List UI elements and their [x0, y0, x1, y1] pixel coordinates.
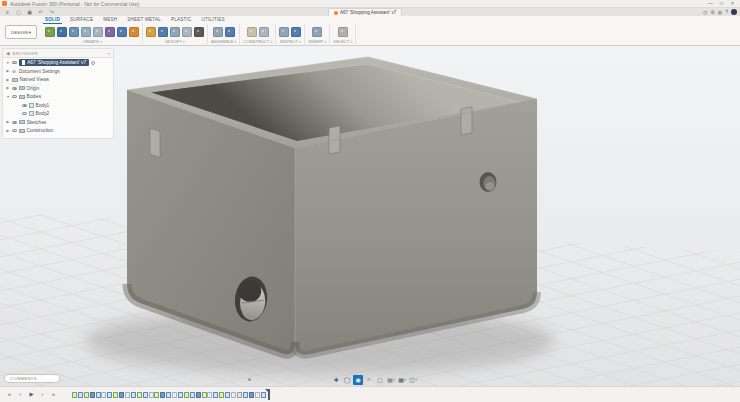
- timeline-feature[interactable]: [213, 392, 218, 398]
- visibility-eye-icon[interactable]: [12, 95, 17, 98]
- activate-component-radio[interactable]: [91, 61, 95, 65]
- tool-icon[interactable]: [45, 27, 55, 37]
- ribbon-tab[interactable]: PLASTIC: [166, 16, 197, 24]
- splitter-handle[interactable]: [248, 378, 251, 381]
- timeline-feature[interactable]: [202, 392, 207, 398]
- nav-tool-button[interactable]: ⌕: [364, 375, 374, 385]
- timeline-feature[interactable]: [166, 392, 171, 398]
- tool-icon[interactable]: [57, 27, 67, 37]
- viewport-canvas[interactable]: ◀ BROWSER ⌕ ▼ A67 'Shopping Assistant' v…: [0, 46, 740, 402]
- nav-tool-button[interactable]: ▤ ▾: [386, 375, 396, 385]
- timeline-feature[interactable]: [137, 392, 142, 398]
- tool-icon[interactable]: [81, 27, 91, 37]
- ribbon-tab[interactable]: SOLID: [40, 16, 65, 24]
- ribbon-tab[interactable]: UTILITIES: [196, 16, 229, 24]
- window-control-button[interactable]: —: [705, 0, 716, 7]
- tool-icon[interactable]: [182, 27, 192, 37]
- tool-icon[interactable]: [259, 27, 269, 37]
- timeline-feature[interactable]: [131, 392, 136, 398]
- nav-tool-button[interactable]: ▦ ▾: [397, 375, 407, 385]
- browser-row[interactable]: ▶ Construction: [3, 127, 113, 136]
- tool-icon[interactable]: [158, 27, 168, 37]
- timeline-feature[interactable]: [261, 392, 266, 398]
- ribbon-tab[interactable]: SURFACE: [65, 16, 98, 24]
- qat-button[interactable]: ↶: [36, 8, 45, 16]
- tool-icon[interactable]: [69, 27, 79, 37]
- timeline-feature[interactable]: [149, 392, 154, 398]
- timeline-feature[interactable]: [125, 392, 130, 398]
- timeline-feature[interactable]: [119, 392, 124, 398]
- comments-button[interactable]: COMMENTS: [4, 374, 60, 383]
- timeline-feature[interactable]: [90, 392, 95, 398]
- browser-root-row[interactable]: ▼ A67 'Shopping Assistant' v7: [3, 58, 113, 67]
- playback-button[interactable]: ▶: [27, 390, 36, 399]
- qat-button[interactable]: ▢: [14, 8, 23, 16]
- playback-button[interactable]: ›: [38, 390, 47, 399]
- timeline-feature[interactable]: [225, 392, 230, 398]
- timeline-feature[interactable]: [78, 392, 83, 398]
- timeline-feature[interactable]: [143, 392, 148, 398]
- playback-button[interactable]: »: [49, 390, 58, 399]
- timeline-feature[interactable]: [107, 392, 112, 398]
- tool-icon[interactable]: [194, 27, 204, 37]
- tool-icon[interactable]: [312, 27, 322, 37]
- timeline-feature[interactable]: [84, 392, 89, 398]
- browser-row[interactable]: ▶ ⚙ Document Settings: [3, 67, 113, 76]
- timeline-feature[interactable]: [184, 392, 189, 398]
- timeline-feature[interactable]: [172, 392, 177, 398]
- qat-button[interactable]: ≡: [3, 8, 12, 16]
- avatar[interactable]: [731, 9, 737, 15]
- browser-row[interactable]: ▶ Named Views: [3, 76, 113, 85]
- visibility-eye-icon[interactable]: [12, 87, 17, 90]
- tool-icon[interactable]: [291, 27, 301, 37]
- tool-icon[interactable]: [146, 27, 156, 37]
- tool-icon[interactable]: [129, 27, 139, 37]
- nav-tool-button[interactable]: ◉: [353, 375, 363, 385]
- document-tab[interactable]: A67 'Shopping Assistant' v7: [328, 8, 402, 16]
- timeline-feature[interactable]: [113, 392, 118, 398]
- ribbon-tab[interactable]: MESH: [98, 16, 122, 24]
- collapse-panel-icon[interactable]: ◀: [6, 51, 10, 56]
- visibility-eye-icon[interactable]: [22, 112, 27, 115]
- visibility-eye-icon[interactable]: [12, 129, 17, 132]
- account-button[interactable]: ?: [725, 8, 728, 16]
- nav-tool-button[interactable]: ✚: [331, 375, 341, 385]
- browser-row[interactable]: ▶ Sketches: [3, 118, 113, 127]
- timeline-feature[interactable]: [219, 392, 224, 398]
- playback-button[interactable]: ‹: [16, 390, 25, 399]
- timeline-feature[interactable]: [160, 392, 165, 398]
- nav-tool-button[interactable]: ◯: [342, 375, 352, 385]
- window-control-button[interactable]: □: [716, 0, 727, 7]
- timeline-feature[interactable]: [255, 392, 260, 398]
- qat-button[interactable]: ↷: [47, 8, 56, 16]
- playback-button[interactable]: «: [5, 390, 14, 399]
- timeline-feature[interactable]: [207, 392, 212, 398]
- tool-icon[interactable]: [93, 27, 103, 37]
- timeline-feature[interactable]: [72, 392, 77, 398]
- timeline-feature[interactable]: [101, 392, 106, 398]
- timeline-feature[interactable]: [243, 392, 248, 398]
- tool-icon[interactable]: [279, 27, 289, 37]
- expand-arrow-icon[interactable]: ▼: [6, 61, 10, 65]
- timeline-feature[interactable]: [178, 392, 183, 398]
- timeline-feature[interactable]: [96, 392, 101, 398]
- expand-arrow-icon[interactable]: ▶: [6, 120, 10, 124]
- ribbon-tab[interactable]: SHEET METAL: [122, 16, 166, 24]
- timeline-feature[interactable]: [196, 392, 201, 398]
- nav-tool-button[interactable]: ▢: [375, 375, 385, 385]
- search-icon[interactable]: ⌕: [107, 51, 110, 56]
- timeline-feature[interactable]: [231, 392, 236, 398]
- browser-row[interactable]: Body2: [3, 110, 113, 119]
- tool-icon[interactable]: [213, 27, 223, 37]
- tool-icon[interactable]: [247, 27, 257, 37]
- tool-icon[interactable]: [170, 27, 180, 37]
- expand-arrow-icon[interactable]: ▶: [6, 78, 10, 82]
- expand-arrow-icon[interactable]: ▶: [6, 86, 10, 90]
- qat-button[interactable]: ▣: [25, 8, 34, 16]
- workspace-switcher[interactable]: DESIGN ▾: [5, 25, 37, 39]
- timeline-position-marker[interactable]: [268, 389, 270, 400]
- visibility-eye-icon[interactable]: [12, 61, 17, 64]
- timeline-feature[interactable]: [154, 392, 159, 398]
- tool-icon[interactable]: [105, 27, 115, 37]
- expand-arrow-icon[interactable]: ▼: [6, 95, 10, 99]
